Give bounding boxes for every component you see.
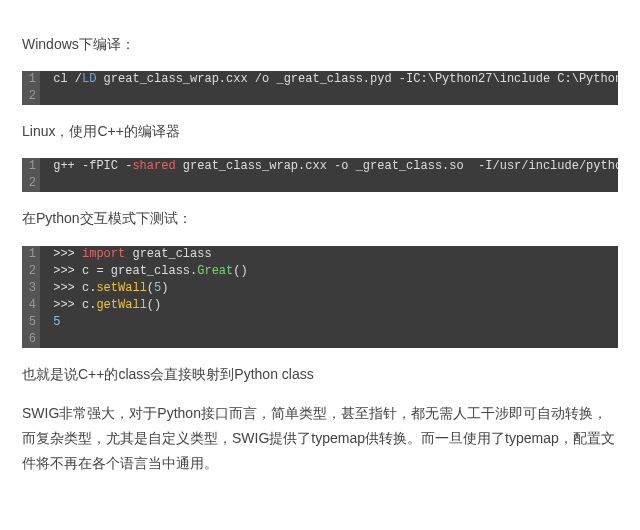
code-line: 2 >>> c = great_class.Great() — [22, 263, 618, 280]
line-number: 5 — [22, 314, 40, 331]
paragraph-linux: Linux，使用C++的编译器 — [22, 119, 618, 144]
code-line: 2 — [22, 88, 618, 105]
code-line-body: g++ -fPIC -shared great_class_wrap.cxx -… — [40, 158, 618, 175]
paragraph-python-test: 在Python交互模式下测试： — [22, 206, 618, 231]
code-line: 6 — [22, 331, 618, 348]
code-token: ( — [147, 281, 154, 295]
code-token: () — [233, 264, 247, 278]
line-number: 1 — [22, 71, 40, 88]
code-token: >>> — [46, 247, 82, 261]
paragraph-swig: SWIG非常强大，对于Python接口而言，简单类型，甚至指针，都无需人工干涉即… — [22, 401, 618, 477]
paragraph-mapping: 也就是说C++的class会直接映射到Python class — [22, 362, 618, 387]
code-token: LD — [82, 72, 96, 86]
code-line: 3 >>> c.setWall(5) — [22, 280, 618, 297]
line-number: 3 — [22, 280, 40, 297]
code-line-body: >>> c = great_class.Great() — [40, 263, 248, 280]
code-line-body: 5 — [40, 314, 60, 331]
code-token: import — [82, 247, 125, 261]
code-token: great_class — [125, 247, 211, 261]
code-token: 5 — [46, 315, 60, 329]
code-token: setWall — [96, 281, 146, 295]
codeblock-windows: 1 cl /LD great_class_wrap.cxx /o _great_… — [22, 71, 618, 105]
code-line-body — [40, 331, 46, 348]
code-line: 1 cl /LD great_class_wrap.cxx /o _great_… — [22, 71, 618, 88]
code-line-body: cl /LD great_class_wrap.cxx /o _great_cl… — [40, 71, 618, 88]
codeblock-linux: 1 g++ -fPIC -shared great_class_wrap.cxx… — [22, 158, 618, 192]
code-line-body: >>> import great_class — [40, 246, 212, 263]
code-token: >>> — [46, 264, 82, 278]
code-line-body: >>> c.getWall() — [40, 297, 161, 314]
code-token: c. — [82, 281, 96, 295]
code-line: 4 >>> c.getWall() — [22, 297, 618, 314]
code-token: g++ -fPIC - — [46, 159, 132, 173]
code-line-body — [40, 175, 46, 192]
code-line: 2 — [22, 175, 618, 192]
line-number: 1 — [22, 158, 40, 175]
code-token: () — [147, 298, 161, 312]
codeblock-python: 1 >>> import great_class2 >>> c = great_… — [22, 246, 618, 348]
code-line: 1 g++ -fPIC -shared great_class_wrap.cxx… — [22, 158, 618, 175]
code-token: cl / — [46, 72, 82, 86]
code-token: c. — [82, 298, 96, 312]
line-number: 2 — [22, 175, 40, 192]
code-token: getWall — [96, 298, 146, 312]
line-number: 1 — [22, 246, 40, 263]
code-line-body — [40, 88, 46, 105]
code-token: >>> — [46, 281, 82, 295]
code-token: great_class_wrap.cxx -o _great_class.so … — [176, 159, 618, 173]
code-line-body: >>> c.setWall(5) — [40, 280, 168, 297]
code-token: Great — [197, 264, 233, 278]
line-number: 2 — [22, 263, 40, 280]
line-number: 4 — [22, 297, 40, 314]
code-token: shared — [132, 159, 175, 173]
line-number: 6 — [22, 331, 40, 348]
code-line: 5 5 — [22, 314, 618, 331]
paragraph-windows: Windows下编译： — [22, 32, 618, 57]
line-number: 2 — [22, 88, 40, 105]
code-token: >>> — [46, 298, 82, 312]
code-token: great_class_wrap.cxx /o _great_class.pyd… — [96, 72, 618, 86]
code-token: ) — [161, 281, 168, 295]
code-line: 1 >>> import great_class — [22, 246, 618, 263]
code-token: c = great_class. — [82, 264, 197, 278]
